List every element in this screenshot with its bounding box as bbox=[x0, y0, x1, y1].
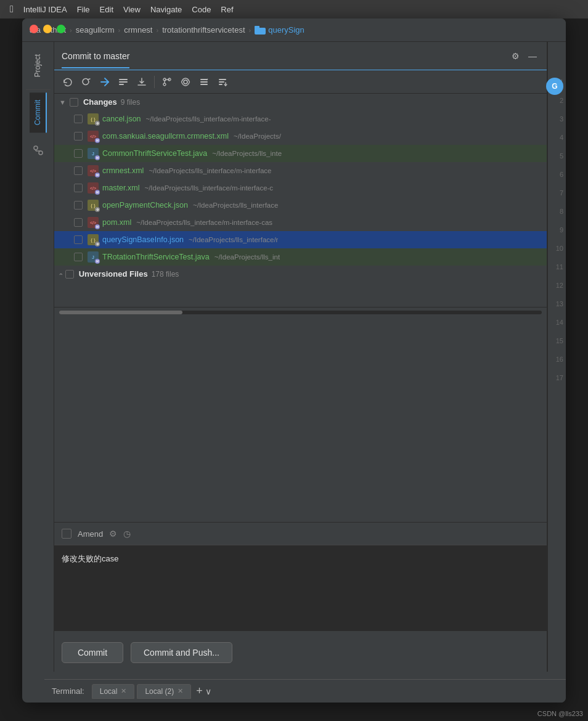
menu-navigate[interactable]: Navigate bbox=[150, 5, 182, 14]
maximize-button[interactable] bbox=[57, 25, 65, 33]
line-num-4: 4 bbox=[548, 128, 566, 147]
breadcrumb: ata › thrift › seagullcrm › crmnest › tr… bbox=[22, 18, 566, 42]
file-row[interactable]: { } ⚙ cancel.json ~/IdeaProjects/lls_int… bbox=[54, 110, 547, 128]
refresh-button[interactable] bbox=[59, 73, 76, 91]
apple-menu-icon[interactable]:  bbox=[10, 4, 14, 15]
line-num-15: 15 bbox=[548, 332, 566, 350]
amend-history-icon[interactable]: ◷ bbox=[123, 529, 131, 539]
terminal-tab-local2[interactable]: Local (2) ✕ bbox=[137, 684, 191, 699]
file-row[interactable]: </> M com.sankuai.seagullcrm.crmnest.xml… bbox=[54, 128, 547, 145]
scrollbar-thumb[interactable] bbox=[59, 311, 182, 314]
breadcrumb-trotation: trotationthriftservicetest bbox=[162, 25, 245, 35]
changes-arrow: ▼ bbox=[59, 99, 66, 106]
sort-button[interactable] bbox=[214, 73, 231, 91]
menu-code[interactable]: Code bbox=[192, 5, 211, 14]
file-path-pom: ~/IdeaProjects/lls_interface/m-interface… bbox=[136, 219, 272, 226]
revert-button[interactable] bbox=[78, 73, 95, 91]
file-icon-crmnest-xml: </> M bbox=[88, 165, 99, 176]
amend-settings-icon[interactable]: ⚙ bbox=[109, 529, 117, 539]
menu-view[interactable]: View bbox=[123, 5, 141, 14]
breadcrumb-seagullcrm: seagullcrm bbox=[76, 25, 115, 35]
file-row[interactable]: </> M master.xml ~/IdeaProjects/lls_inte… bbox=[54, 179, 547, 197]
minimize-panel-button[interactable]: — bbox=[526, 49, 539, 63]
line-num-6: 6 bbox=[548, 165, 566, 184]
menu-edit[interactable]: Edit bbox=[100, 5, 113, 14]
file-icon-query-json: { } ⚙ bbox=[88, 234, 99, 245]
file-name-common: CommonThriftServiceTest.java bbox=[102, 149, 207, 158]
file-checkbox-master[interactable] bbox=[74, 184, 83, 192]
svg-rect-11 bbox=[119, 84, 124, 85]
terminal-tab-local-close[interactable]: ✕ bbox=[121, 687, 126, 695]
user-avatar[interactable]: G bbox=[546, 78, 563, 95]
line-num-10: 10 bbox=[548, 239, 566, 258]
breadcrumb-crmnest: crmnest bbox=[124, 25, 152, 35]
action-buttons: Commit Commit and Push... bbox=[54, 636, 547, 672]
line-num-14: 14 bbox=[548, 313, 566, 332]
file-row[interactable]: J M CommonThriftServiceTest.java ~/IdeaP… bbox=[54, 145, 547, 162]
file-checkbox-crmnest[interactable] bbox=[74, 166, 83, 175]
toolbar bbox=[54, 70, 547, 94]
file-row[interactable]: { } ⚙ querySignBaseInfo.json ~/IdeaProje… bbox=[54, 231, 547, 248]
file-list: ▼ Changes 9 files { } ⚙ cancel.json ~/Id… bbox=[54, 94, 547, 522]
group-button[interactable] bbox=[195, 73, 213, 91]
terminal-add-button[interactable]: + bbox=[196, 685, 203, 698]
source-control-icon[interactable] bbox=[32, 144, 44, 157]
changes-group-header[interactable]: ▼ Changes 9 files bbox=[54, 94, 547, 110]
file-icon-com-xml: </> M bbox=[88, 131, 99, 142]
file-icon-common-java: J M bbox=[88, 148, 99, 159]
file-checkbox-cancel[interactable] bbox=[74, 115, 83, 123]
close-button[interactable] bbox=[30, 25, 38, 33]
svg-rect-22 bbox=[219, 79, 226, 80]
commit-message-text: 修改失败的case bbox=[62, 554, 118, 563]
menu-ref[interactable]: Ref bbox=[221, 5, 233, 14]
file-checkbox-pom[interactable] bbox=[74, 218, 83, 227]
diff-button[interactable] bbox=[115, 73, 132, 91]
sidebar-tab-commit[interactable]: Commit bbox=[30, 92, 47, 132]
file-row[interactable]: </> M pom.xml ~/IdeaProjects/lls_interfa… bbox=[54, 214, 547, 231]
terminal-chevron-button[interactable]: ∨ bbox=[205, 686, 211, 696]
file-row[interactable]: </> M crmnest.xml ~/IdeaProjects/lls_int… bbox=[54, 162, 547, 179]
menu-file[interactable]: File bbox=[77, 5, 90, 14]
amend-checkbox[interactable] bbox=[62, 529, 71, 539]
view-button[interactable] bbox=[177, 73, 194, 91]
download-button[interactable] bbox=[133, 73, 150, 91]
file-path-master: ~/IdeaProjects/lls_interface/m-interface… bbox=[144, 184, 273, 192]
menu-intellij[interactable]: IntelliJ IDEA bbox=[23, 5, 67, 14]
commit-and-push-button[interactable]: Commit and Push... bbox=[131, 642, 232, 663]
sidebar-tab-project[interactable]: Project bbox=[30, 47, 47, 84]
terminal-bar: Terminal: Local ✕ Local (2) ✕ + ∨ bbox=[44, 679, 566, 703]
unversioned-group-header[interactable]: › Unversioned Files 178 files bbox=[54, 266, 547, 282]
line-num-13: 13 bbox=[548, 295, 566, 313]
settings-button[interactable]: ⚙ bbox=[508, 49, 522, 63]
svg-rect-20 bbox=[200, 84, 208, 85]
file-name-cancel: cancel.json bbox=[102, 115, 141, 123]
terminal-tab-local[interactable]: Local ✕ bbox=[92, 684, 135, 699]
line-num-12: 12 bbox=[548, 276, 566, 295]
svg-rect-23 bbox=[219, 81, 224, 83]
file-row[interactable]: { } ⚙ openPaymentCheck.json ~/IdeaProjec… bbox=[54, 197, 547, 214]
file-checkbox-trotation[interactable] bbox=[74, 253, 83, 261]
update-button[interactable] bbox=[96, 73, 113, 91]
file-checkbox-com[interactable] bbox=[74, 132, 83, 141]
commit-message-area[interactable]: 修改失败的case bbox=[54, 545, 547, 631]
changes-checkbox[interactable] bbox=[70, 98, 78, 107]
terminal-tab-local2-close[interactable]: ✕ bbox=[178, 687, 183, 695]
breadcrumb-folder-icon bbox=[255, 26, 266, 35]
branch-button[interactable] bbox=[158, 73, 176, 91]
panel-title: Commit to master bbox=[62, 51, 129, 68]
file-checkbox-open[interactable] bbox=[74, 201, 83, 210]
commit-button[interactable]: Commit bbox=[62, 642, 123, 663]
file-name-trotation: TRotationThriftServiceTest.java bbox=[102, 253, 210, 261]
file-icon-open-json: { } ⚙ bbox=[88, 200, 99, 211]
scrollbar[interactable] bbox=[54, 307, 547, 317]
file-checkbox-common[interactable] bbox=[74, 149, 83, 158]
file-path-com: ~/IdeaProjects/ bbox=[234, 132, 281, 140]
toolbar-separator-1 bbox=[154, 76, 155, 88]
minimize-button[interactable] bbox=[43, 25, 52, 33]
file-path-query: ~/IdeaProjects/lls_interface/r bbox=[189, 236, 278, 243]
unversioned-checkbox[interactable] bbox=[65, 270, 74, 279]
file-checkbox-query[interactable] bbox=[74, 235, 83, 244]
scrollbar-track bbox=[59, 311, 542, 314]
line-num-11: 11 bbox=[548, 258, 566, 276]
file-row[interactable]: J M TRotationThriftServiceTest.java ~/Id… bbox=[54, 248, 547, 266]
